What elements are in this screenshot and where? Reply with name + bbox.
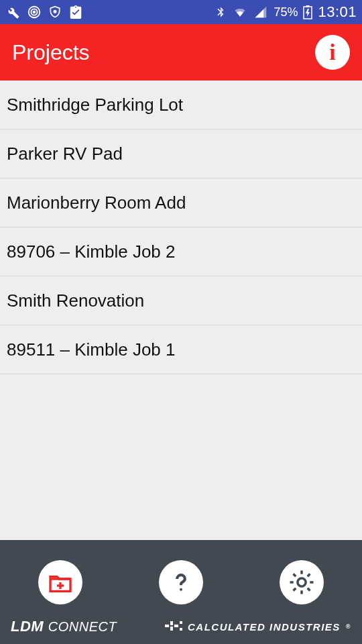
page-title: Projects (12, 40, 90, 65)
bluetooth-icon (215, 5, 227, 19)
gear-icon (288, 568, 316, 596)
list-item[interactable]: Parker RV Pad (0, 129, 362, 178)
battery-percent: 75% (274, 5, 298, 19)
project-name: 89706 – Kimble Job 2 (7, 241, 176, 262)
svg-rect-14 (180, 621, 182, 624)
settings-button[interactable] (280, 560, 324, 604)
svg-rect-15 (180, 628, 182, 631)
list-item[interactable]: Marionberry Room Add (0, 178, 362, 227)
info-icon: i (329, 40, 335, 65)
brand-left: LDM CONNECT (11, 618, 117, 635)
app-bar: Projects i (0, 24, 362, 80)
svg-rect-12 (170, 627, 173, 631)
reg-mark: ® (346, 623, 351, 630)
svg-point-3 (54, 11, 56, 13)
svg-point-8 (180, 588, 182, 590)
clipboard-icon (68, 5, 83, 19)
ci-logo-icon (165, 620, 182, 634)
info-button[interactable]: i (315, 35, 350, 70)
status-right: 75% 13:01 (215, 3, 357, 21)
brand-ci-text: CALCULATED INDUSTRIES (188, 621, 341, 633)
project-name: Parker RV Pad (7, 144, 123, 164)
list-item[interactable]: 89511 – Kimble Job 1 (0, 325, 362, 374)
brand-right: CALCULATED INDUSTRIES® (165, 620, 351, 634)
wrench-icon (5, 5, 20, 19)
svg-point-2 (34, 11, 36, 13)
help-button[interactable] (159, 560, 203, 604)
svg-point-9 (298, 578, 306, 586)
clock-text: 13:01 (318, 3, 357, 21)
status-left (5, 5, 83, 19)
brand-connect: CONNECT (48, 619, 117, 634)
folder-plus-icon (47, 569, 74, 596)
list-item[interactable]: Smith Renovation (0, 276, 362, 325)
brand-ldm: LDM (11, 618, 44, 635)
signal-icon (253, 5, 268, 19)
project-name: Marionberry Room Add (7, 193, 186, 213)
project-name: Smith Renovation (7, 290, 144, 311)
list-item[interactable]: 89706 – Kimble Job 2 (0, 227, 362, 276)
project-name: 89511 – Kimble Job 1 (7, 339, 176, 360)
svg-rect-10 (165, 625, 169, 627)
shield-icon (48, 5, 62, 19)
android-status-bar: 75% 13:01 (0, 0, 362, 24)
bottom-bar: LDM CONNECT CALCULATED INDUSTRIES® (0, 540, 362, 644)
question-icon (168, 569, 194, 596)
list-item[interactable]: Smithridge Parking Lot (0, 80, 362, 129)
svg-rect-13 (174, 625, 178, 627)
new-folder-button[interactable] (38, 560, 82, 604)
svg-rect-11 (170, 621, 173, 625)
target-icon (27, 5, 42, 19)
projects-list: Smithridge Parking Lot Parker RV Pad Mar… (0, 80, 362, 540)
battery-charging-icon (303, 5, 312, 19)
wifi-icon (232, 5, 248, 19)
svg-rect-5 (306, 5, 310, 7)
bottom-actions (0, 540, 362, 614)
project-name: Smithridge Parking Lot (7, 95, 183, 115)
brand-row: LDM CONNECT CALCULATED INDUSTRIES® (0, 614, 362, 644)
